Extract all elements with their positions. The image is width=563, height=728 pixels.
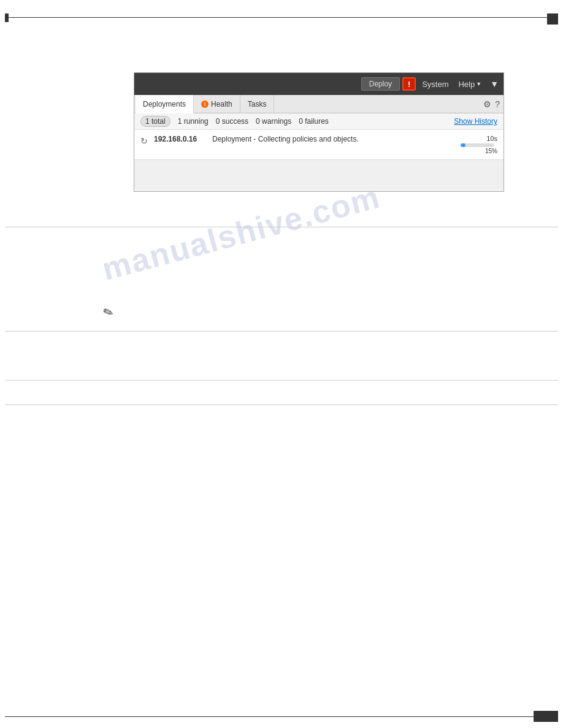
deployment-time: 10s xyxy=(461,135,497,142)
watermark: manualshive.com xyxy=(98,178,384,288)
help-button[interactable]: Help ▼ xyxy=(454,78,485,90)
status-total-badge: 1 total xyxy=(140,116,170,127)
deployment-area: ↻ 192.168.0.16 Deployment - Collecting p… xyxy=(134,130,504,191)
help-question-icon[interactable]: ? xyxy=(495,99,500,109)
deployment-ip: 192.168.0.16 xyxy=(154,135,206,143)
corner-mark-bottom-right xyxy=(534,711,558,722)
help-label: Help xyxy=(458,80,475,89)
deployment-spinner-icon: ↻ xyxy=(140,136,148,146)
tab-deployments[interactable]: Deployments xyxy=(136,95,194,113)
tab-bar: Deployments ! Health Tasks ⚙ ? xyxy=(134,95,504,113)
system-button[interactable]: System xyxy=(418,78,452,90)
tab-deployments-label: Deployments xyxy=(143,100,186,108)
show-history-link[interactable]: Show History xyxy=(454,117,497,126)
deploy-button[interactable]: Deploy xyxy=(361,77,400,91)
navbar-right-arrow[interactable]: ▼ xyxy=(490,79,499,89)
deployment-row[interactable]: ↻ 192.168.0.16 Deployment - Collecting p… xyxy=(134,130,504,160)
status-bar: 1 total 1 running 0 success 0 warnings 0… xyxy=(134,113,504,130)
deployment-progress-area: 10s 15% xyxy=(461,135,497,154)
status-success: 0 success xyxy=(216,117,248,126)
page-divider-4 xyxy=(5,404,558,405)
page-divider-2 xyxy=(5,331,558,332)
note-icon: ✎ xyxy=(101,304,115,321)
tab-health[interactable]: ! Health xyxy=(194,95,240,113)
page-border-bottom xyxy=(5,716,558,717)
help-dropdown-arrow: ▼ xyxy=(476,81,481,87)
progress-bar-fill xyxy=(461,143,465,147)
alert-icon[interactable]: ! xyxy=(402,77,416,91)
deployment-description: Deployment - Collecting policies and obj… xyxy=(212,135,454,143)
page-divider-3 xyxy=(5,380,558,381)
settings-icon[interactable]: ⚙ xyxy=(483,99,491,109)
navbar: Deploy ! System Help ▼ ▼ xyxy=(134,73,504,95)
page-divider-1 xyxy=(5,227,558,227)
health-warning-icon: ! xyxy=(201,100,209,108)
status-warnings: 0 warnings xyxy=(256,117,291,126)
tab-tasks-label: Tasks xyxy=(248,100,267,108)
ui-container: Deploy ! System Help ▼ ▼ Deployments ! H… xyxy=(134,72,504,192)
status-failures: 0 failures xyxy=(299,117,329,126)
corner-mark-top-left xyxy=(5,13,9,22)
progress-percent: 15% xyxy=(461,148,497,154)
tab-tasks[interactable]: Tasks xyxy=(240,95,275,113)
status-running: 1 running xyxy=(178,117,209,126)
corner-mark-top-right xyxy=(547,13,558,25)
progress-bar-container xyxy=(461,143,494,147)
tab-bar-right: ⚙ ? xyxy=(483,95,504,113)
tab-health-label: Health xyxy=(211,100,232,108)
page-border-top xyxy=(5,17,558,18)
